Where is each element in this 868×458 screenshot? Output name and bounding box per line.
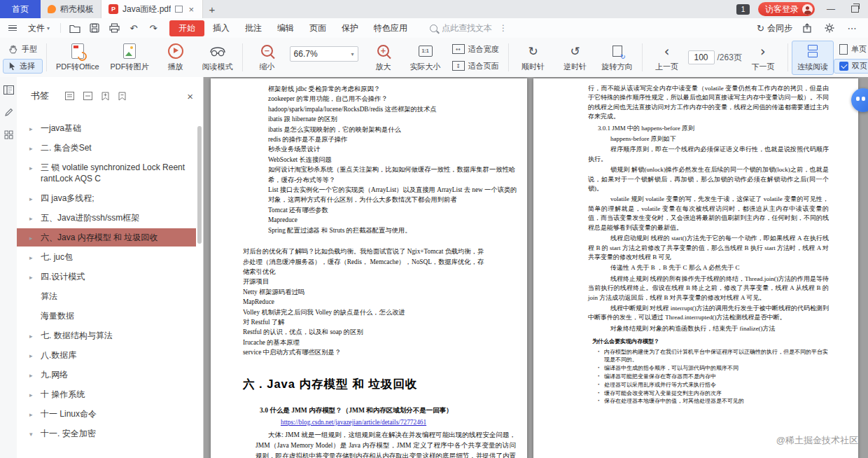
undo-icon[interactable]: ↶ bbox=[126, 20, 141, 36]
rotate-direction-button[interactable]: 旋转方向 bbox=[596, 41, 638, 75]
tab-docer[interactable]: 稻壳模板 bbox=[41, 0, 101, 18]
rotate-dir-label: 旋转方向 bbox=[602, 62, 633, 72]
bookmark-item[interactable]: 九.网络 bbox=[17, 366, 196, 384]
rotate-clockwise-button[interactable]: ↻ 顺时针 bbox=[512, 41, 554, 75]
avatar-icon bbox=[802, 4, 813, 15]
continuous-read-button[interactable]: 连续阅读 bbox=[792, 41, 834, 75]
tab-close-icon[interactable]: × bbox=[187, 4, 195, 15]
annotation-pen-icon[interactable] bbox=[3, 106, 14, 118]
global-menu-icon[interactable] bbox=[6, 22, 20, 34]
bookmark-item[interactable]: 三 锁 volatile synchronized Lock Reent ran… bbox=[17, 158, 196, 188]
next-page-label: 下一页 bbox=[751, 62, 774, 72]
chevron-down-icon: ▾ bbox=[47, 25, 50, 32]
collapse-all-icon[interactable] bbox=[83, 92, 92, 100]
home-tab[interactable]: 首页 bbox=[0, 0, 41, 18]
bookmark-item[interactable]: 十一 Linux命令 bbox=[17, 405, 196, 423]
bookmark-item[interactable]: 八.数据库 bbox=[17, 346, 196, 364]
bookmark-item[interactable]: 一java基础 bbox=[17, 119, 196, 137]
bookmarks-sidebar: 书签 × 一java基础二. 集合类Set三 锁 volatile synchr… bbox=[17, 77, 204, 458]
search-box[interactable]: 点此查找文本 bbox=[430, 22, 492, 34]
chevron-right-icon: › bbox=[760, 45, 766, 57]
bookmark-item[interactable]: 海量数据 bbox=[17, 307, 196, 325]
page-layout-group: 单页 双页 ▾ bbox=[834, 42, 868, 74]
file-menu[interactable]: 文件 ▾ bbox=[24, 20, 54, 36]
zoom-in-label: 放大 bbox=[376, 62, 391, 72]
share-icon[interactable] bbox=[799, 20, 815, 36]
menu-tab[interactable]: 开始 bbox=[169, 20, 204, 36]
pdf-to-image-button[interactable]: PDF转图片 bbox=[105, 41, 155, 75]
rotate-counterclockwise-icon: ↺ bbox=[570, 44, 580, 58]
menu-tab[interactable]: 特色应用 bbox=[367, 20, 414, 36]
sync-button[interactable]: ↻ 会同步 bbox=[757, 22, 792, 34]
thumbnail-grid-icon[interactable] bbox=[3, 129, 14, 140]
doc-text-line: ibatis 跟 hibernate 的区别 bbox=[268, 114, 517, 124]
menu-tab[interactable]: 批注 bbox=[238, 20, 269, 36]
save-icon[interactable] bbox=[87, 20, 102, 36]
divider bbox=[642, 43, 643, 71]
next-page-button[interactable]: › 下一页 bbox=[742, 41, 784, 75]
tab-window-icon[interactable] bbox=[175, 6, 183, 13]
doc-text-line: Spring 配置过滤器 和 Struts 的拦截器配置与使用。 bbox=[268, 225, 517, 235]
sidebar-header: 书签 × bbox=[17, 77, 203, 109]
print-icon[interactable] bbox=[106, 20, 122, 36]
fit-page-button[interactable]: ↕ 适合页面 bbox=[447, 59, 505, 74]
doc-paragraph: 保存在处理器本地缓存中的值，对其他处理器是不可见的 bbox=[598, 397, 829, 405]
bookmark-item[interactable]: 二. 集合类Set bbox=[17, 139, 196, 157]
bookmark-item[interactable]: 十一. 安全加密 bbox=[17, 424, 196, 443]
tab-document[interactable]: Java面经.pdf × bbox=[101, 0, 203, 18]
single-page-button[interactable]: 单页 bbox=[834, 42, 868, 57]
hand-tool-button[interactable]: 手型 bbox=[3, 42, 43, 57]
minimize-button[interactable]: — bbox=[823, 1, 839, 17]
scrollbar-thumb[interactable] bbox=[197, 126, 202, 244]
open-file-icon[interactable] bbox=[67, 20, 83, 36]
single-page-label: 单页 bbox=[851, 44, 867, 55]
doc-text-line: service 中启动方式有哪些区别是？ bbox=[243, 347, 488, 357]
select-tool-button[interactable]: 选择 bbox=[3, 59, 43, 74]
actual-size-button[interactable]: 实际大小 bbox=[405, 41, 447, 75]
hyperlink[interactable]: https://blog.csdn.net/javazejian/article… bbox=[281, 417, 527, 427]
fit-width-button[interactable]: ↔ 适合宽度 bbox=[447, 42, 505, 57]
bookmark-item[interactable]: 七. juc包 bbox=[17, 248, 196, 266]
pdf-to-office-button[interactable]: PDF转Office bbox=[50, 41, 105, 75]
close-sidebar-icon[interactable]: × bbox=[187, 91, 193, 102]
zoom-level-select[interactable]: 66.7% ▾ bbox=[290, 46, 358, 62]
menu-tab[interactable]: 页面 bbox=[302, 20, 333, 36]
bookmark-item[interactable]: 四 java多线程; bbox=[17, 189, 196, 207]
bookmark-item[interactable]: 算法 bbox=[17, 287, 196, 305]
restore-button[interactable] bbox=[847, 1, 862, 17]
add-bookmark-icon[interactable] bbox=[102, 92, 109, 101]
read-mode-button[interactable]: 阅读模式 bbox=[197, 41, 239, 75]
read-mode-icon bbox=[210, 43, 225, 59]
notification-badge[interactable]: 1 bbox=[736, 4, 750, 15]
settings-gear-icon[interactable] bbox=[822, 20, 837, 36]
page-total: /263页 bbox=[718, 52, 742, 64]
rotate-counterclockwise-button[interactable]: ↺ 逆时针 bbox=[554, 41, 596, 75]
login-button[interactable]: 访客登录 bbox=[758, 2, 815, 16]
pdf-to-office-label: PDF转Office bbox=[56, 62, 99, 72]
pdf-file-icon bbox=[108, 4, 118, 14]
bookmark-item[interactable]: 十 操作系统 bbox=[17, 385, 196, 403]
sidebar-scrollbar[interactable] bbox=[197, 120, 202, 455]
bookmark-item[interactable]: 四.设计模式 bbox=[17, 268, 196, 286]
play-button[interactable]: 播放 bbox=[155, 41, 197, 75]
document-canvas[interactable]: 框架射线 jdbc 受检异常的考虑和原因？zookeeper 的常用功能，自己用… bbox=[204, 77, 868, 458]
redo-icon[interactable]: ↷ bbox=[146, 20, 161, 36]
expand-all-icon[interactable] bbox=[65, 92, 74, 100]
sidebar-title: 书签 bbox=[31, 90, 49, 102]
bookmark-item[interactable]: 七. 数据结构与算法 bbox=[17, 326, 196, 345]
zoom-out-button[interactable]: 缩小 bbox=[246, 41, 288, 75]
delete-bookmark-icon[interactable] bbox=[118, 92, 126, 101]
bookmark-item[interactable]: 六、Java 内存模型 和 垃圾回收 bbox=[17, 228, 196, 247]
menu-tab[interactable]: 保护 bbox=[335, 20, 365, 36]
zoom-in-button[interactable]: 放大 bbox=[363, 41, 405, 75]
double-page-button[interactable]: 双页 ▾ bbox=[834, 59, 868, 74]
bookmark-item[interactable]: 五、Java进阶ssh/ssm框架 bbox=[17, 209, 196, 227]
new-tab-button[interactable]: + bbox=[203, 0, 221, 18]
more-options-icon[interactable]: ⋯ bbox=[844, 20, 860, 36]
prev-page-button[interactable]: ‹ 上一页 bbox=[646, 41, 688, 75]
bookmark-panel-icon[interactable] bbox=[3, 84, 14, 95]
page-number-input[interactable] bbox=[688, 50, 715, 64]
menu-tab[interactable]: 编辑 bbox=[270, 20, 301, 36]
search-more-icon[interactable]: ⋮ bbox=[496, 23, 510, 33]
menu-tab[interactable]: 插入 bbox=[206, 20, 237, 36]
